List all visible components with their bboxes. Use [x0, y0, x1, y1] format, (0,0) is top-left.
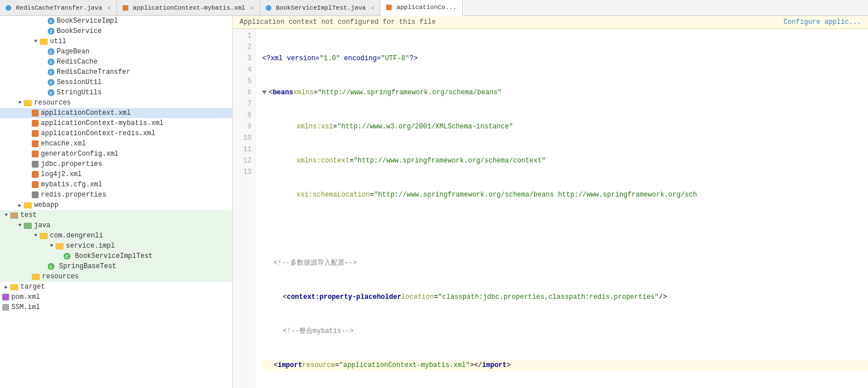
line-num-13: 13	[233, 166, 251, 178]
folder-src-icon	[24, 223, 32, 229]
code-line-4: xmlns:context="http://www.springframewor…	[262, 155, 868, 166]
tree-item-appcontext-mybatis[interactable]: applicationContext-mybatis.xml	[0, 118, 232, 128]
tree-label: test	[20, 211, 37, 219]
code-line-6	[262, 223, 868, 235]
info-bar: Application context not configured for t…	[233, 16, 868, 29]
folder-icon	[40, 39, 48, 45]
tree-label: RedisCacheTransfer	[57, 68, 131, 76]
tab-close-icon[interactable]: ✕	[250, 5, 254, 11]
java-icon	[266, 5, 271, 11]
tree-item-generatorconfig[interactable]: generatorConfig.xml	[0, 149, 232, 159]
tree-label: applicationContext.xml	[41, 109, 131, 117]
line-numbers: 1 2 3 4 5 6 7 8 9 10 11 12 13	[233, 29, 255, 388]
line-num-1: 1	[233, 30, 251, 41]
tree-label: BookService	[57, 27, 102, 35]
tab-applicationcontext[interactable]: applicationCo...	[380, 0, 463, 16]
tree-item-sessionutil[interactable]: C SessionUtil	[0, 77, 232, 87]
class-icon: C	[48, 89, 54, 96]
tree-item-pagebean[interactable]: C PageBean	[0, 47, 232, 57]
code-line-7: <!--多数据源导入配置-->	[262, 257, 868, 269]
xml-icon	[123, 5, 128, 11]
tree-label: log4j2.xml	[41, 170, 82, 178]
tree-item-java[interactable]: ▼ java	[0, 220, 232, 231]
tab-close-icon[interactable]: ✕	[107, 5, 111, 11]
folder-icon	[32, 274, 40, 280]
line-num-4: 4	[233, 64, 251, 76]
expand-arrow: ▶	[2, 284, 10, 290]
tab-label: RedisCacheTransfer.java	[16, 5, 102, 11]
tree-item-bookserviceimpl[interactable]: C BookServiceImpl	[0, 16, 232, 26]
configure-link[interactable]: Configure applic...	[783, 18, 861, 26]
interface-icon: I	[48, 28, 54, 35]
tab-applicationcontext-mybatis[interactable]: applicationContext-mybatis.xml ✕	[117, 0, 260, 15]
tree-label: ehcache.xml	[41, 140, 86, 148]
tree-item-target[interactable]: ▶ target	[0, 282, 232, 292]
xml-icon	[32, 171, 39, 178]
folder-icon	[40, 233, 48, 239]
tab-redis-cache-transfer[interactable]: RedisCacheTransfer.java ✕	[0, 0, 117, 15]
expand-arrow: ▼	[32, 233, 40, 239]
fold-gutter: ▼	[262, 87, 266, 98]
tree-item-util[interactable]: ▼ util	[0, 36, 232, 47]
tree-item-redis-props[interactable]: redis.properties	[0, 190, 232, 200]
tree-label: webapp	[34, 201, 58, 209]
tree-item-log4j2[interactable]: log4j2.xml	[0, 169, 232, 180]
tree-item-stringutils[interactable]: C StringUtils	[0, 87, 232, 98]
tree-item-com-dengrenli[interactable]: ▼ com.dengrenli	[0, 231, 232, 241]
tree-item-resources-test[interactable]: resources	[0, 272, 232, 282]
xml-icon	[32, 120, 39, 127]
tree-item-service-impl[interactable]: ▼ service.impl	[0, 241, 232, 251]
tree-item-bookserviceimpltest[interactable]: C BookServiceImplTest	[0, 251, 232, 261]
editor-area: Application context not configured for t…	[233, 16, 868, 388]
code-line-8: <context:property-placeholder location="…	[262, 291, 868, 303]
tree-label: PageBean	[57, 48, 90, 56]
class-icon: C	[48, 48, 54, 55]
class-icon: C	[48, 59, 54, 65]
tree-label: SSM.iml	[11, 303, 40, 311]
tree-item-appcontext[interactable]: applicationContext.xml	[0, 108, 232, 118]
class-icon: C	[48, 69, 54, 76]
tree-item-springbasetest[interactable]: C SpringBaseTest	[0, 261, 232, 272]
line-num-10: 10	[233, 132, 251, 144]
xml-icon	[32, 130, 39, 137]
tree-label: StringUtils	[57, 89, 102, 97]
xml-icon	[32, 151, 39, 157]
expand-arrow: ▼	[16, 100, 24, 106]
tree-item-mybatis-cfg[interactable]: mybatis.cfg.xml	[0, 180, 232, 190]
tree-label: target	[20, 283, 45, 291]
tree-item-pom[interactable]: pom.xml	[0, 292, 232, 302]
tree-item-jdbc-props[interactable]: jdbc.properties	[0, 159, 232, 169]
folder-icon	[24, 100, 32, 106]
code-line-3: xmlns:xsi="http://www.w3.org/2001/XMLSch…	[262, 121, 868, 132]
tab-close-icon[interactable]: ✕	[371, 5, 374, 11]
code-line-10: <import resource="applicationContext-myb…	[262, 360, 868, 371]
tree-label: java	[34, 222, 51, 230]
tab-bookserviceimpltest[interactable]: BookServiceImplTest.java ✕	[260, 0, 380, 15]
expand-arrow: ▼	[48, 243, 56, 249]
tree-item-rediscachetransfer[interactable]: C RedisCacheTransfer	[0, 67, 232, 77]
tree-label: resources	[34, 99, 71, 107]
code-content[interactable]: <?xml version="1.0" encoding="UTF-8"?> ▼…	[255, 29, 868, 388]
tree-item-ehcache[interactable]: ehcache.xml	[0, 139, 232, 149]
tree-label: generatorConfig.xml	[41, 150, 119, 158]
folder-icon	[10, 212, 18, 219]
tree-item-appcontext-redis[interactable]: applicationContext-redis.xml	[0, 128, 232, 139]
expand-arrow: ▶	[16, 202, 24, 208]
tree-label: SpringBaseTest	[59, 262, 116, 270]
code-editor[interactable]: 1 2 3 4 5 6 7 8 9 10 11 12 13 <?xml vers…	[233, 29, 868, 388]
class-test-icon: C	[64, 253, 70, 260]
line-num-11: 11	[233, 144, 251, 155]
tree-item-test[interactable]: ▼ test	[0, 210, 232, 220]
tree-item-resources[interactable]: ▼ resources	[0, 98, 232, 108]
tree-item-bookservice[interactable]: I BookService	[0, 26, 232, 36]
tab-bar: RedisCacheTransfer.java ✕ applicationCon…	[0, 0, 868, 16]
tree-item-ssm-iml[interactable]: SSM.iml	[0, 302, 232, 312]
tree-item-rediscache[interactable]: C RedisCache	[0, 57, 232, 67]
line-num-9: 9	[233, 121, 251, 132]
line-num-3: 3	[233, 53, 251, 64]
tree-label: resources	[42, 273, 79, 281]
tree-item-webapp[interactable]: ▶ webapp	[0, 200, 232, 210]
xml-icon	[32, 181, 39, 188]
tree-label: com.dengrenli	[50, 232, 103, 240]
line-num-6: 6	[233, 87, 251, 98]
